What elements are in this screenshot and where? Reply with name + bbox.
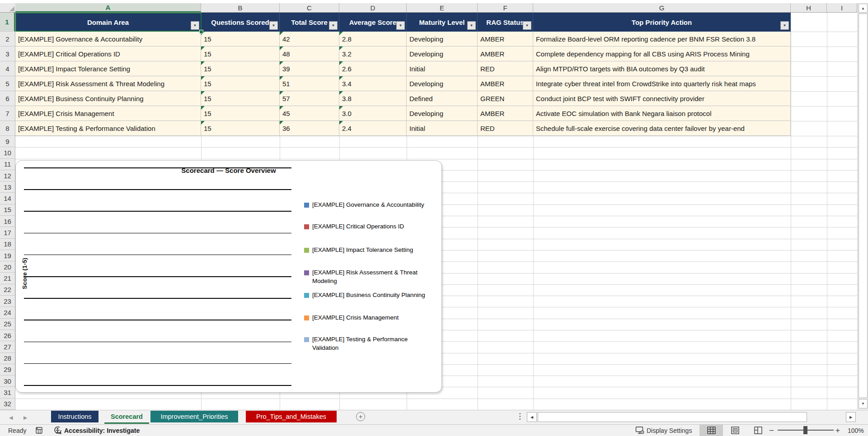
row-header-18[interactable]: 18: [0, 239, 15, 250]
row-header-24[interactable]: 24: [0, 307, 15, 318]
cell-B4[interactable]: 15: [201, 61, 280, 76]
new-sheet-button[interactable]: +: [356, 412, 365, 421]
column-header-C[interactable]: C: [280, 3, 339, 12]
cell-A7[interactable]: [EXAMPLE] Crisis Management: [15, 106, 201, 121]
column-header-B[interactable]: B: [201, 3, 280, 12]
row-header-13[interactable]: 13: [0, 181, 15, 193]
cell-A6[interactable]: [EXAMPLE] Business Continuity Planning: [15, 91, 201, 106]
cell-E5[interactable]: Developing: [407, 76, 478, 91]
sheet-tab-pro_tips_and_mistakes[interactable]: Pro_Tips_and_Mistakes: [246, 411, 337, 422]
row-header-20[interactable]: 20: [0, 261, 15, 273]
cell-D2[interactable]: 2.8: [339, 32, 407, 46]
cell-A2[interactable]: [EXAMPLE] Governance & Accountability: [15, 32, 201, 46]
cell-C8[interactable]: 36: [280, 121, 339, 136]
column-header-F[interactable]: F: [478, 3, 533, 12]
cell-C4[interactable]: 39: [280, 61, 339, 76]
filter-dropdown-total[interactable]: ▼: [329, 21, 338, 30]
row-header-26[interactable]: 26: [0, 330, 15, 341]
cell-B5[interactable]: 15: [201, 76, 280, 91]
column-header-I[interactable]: I: [827, 3, 857, 12]
row-header-31[interactable]: 31: [0, 387, 15, 398]
row-header-15[interactable]: 15: [0, 204, 15, 216]
cell-A3[interactable]: [EXAMPLE] Critical Operations ID: [15, 46, 201, 61]
row-header-22[interactable]: 22: [0, 284, 15, 296]
sheet-tab-scorecard[interactable]: Scorecard: [104, 411, 149, 424]
zoom-out-button[interactable]: −: [769, 425, 774, 436]
row-header-25[interactable]: 25: [0, 319, 15, 330]
cell-B8[interactable]: 15: [201, 121, 280, 136]
vertical-scroll-thumb[interactable]: [859, 14, 868, 398]
display-settings-label[interactable]: Display Settings: [647, 425, 692, 436]
scroll-up-icon[interactable]: ▲: [859, 4, 868, 13]
filter-dropdown-action[interactable]: ▼: [780, 21, 789, 30]
cell-E2[interactable]: Developing: [407, 32, 478, 46]
cell-F6[interactable]: GREEN: [478, 91, 533, 106]
row-header-2[interactable]: 2: [0, 32, 15, 46]
row-header-9[interactable]: 9: [0, 136, 15, 147]
horizontal-scroll-thumb[interactable]: [538, 412, 807, 422]
cell-D5[interactable]: 3.4: [339, 76, 407, 91]
row-header-19[interactable]: 19: [0, 250, 15, 261]
row-header-11[interactable]: 11: [0, 159, 15, 170]
row-header-5[interactable]: 5: [0, 76, 15, 91]
zoom-slider-thumb[interactable]: [803, 426, 807, 434]
row-header-12[interactable]: 12: [0, 170, 15, 181]
cell-F7[interactable]: AMBER: [478, 106, 533, 121]
filter-dropdown-questions[interactable]: ▼: [269, 21, 278, 30]
row-header-4[interactable]: 4: [0, 61, 15, 76]
cell-E3[interactable]: Developing: [407, 46, 478, 61]
column-header-E[interactable]: E: [407, 3, 478, 12]
column-header-G[interactable]: G: [533, 3, 791, 12]
row-header-3[interactable]: 3: [0, 46, 15, 61]
macro-record-icon[interactable]: [35, 425, 43, 436]
cell-D4[interactable]: 2.6: [339, 61, 407, 76]
cell-E7[interactable]: Developing: [407, 106, 478, 121]
select-all-corner[interactable]: [0, 3, 16, 12]
score-overview-chart[interactable]: Scorecard — Score Overview Score (1-5) […: [15, 160, 442, 393]
cell-G5[interactable]: Integrate cyber threat intel from CrowdS…: [533, 76, 791, 91]
cell-A5[interactable]: [EXAMPLE] Risk Assessment & Threat Model…: [15, 76, 201, 91]
filter-dropdown-avg[interactable]: ▼: [396, 21, 405, 30]
sheet-tab-improvement_priorities[interactable]: Improvement_Priorities: [150, 411, 238, 422]
cell-C7[interactable]: 45: [280, 106, 339, 121]
cell-F5[interactable]: AMBER: [478, 76, 533, 91]
cell-G2[interactable]: Formalize Board-level ORM reporting cade…: [533, 32, 791, 46]
cell-C3[interactable]: 48: [280, 46, 339, 61]
view-normal-button[interactable]: [699, 425, 723, 436]
scroll-down-icon[interactable]: ▼: [859, 399, 868, 408]
cell-A4[interactable]: [EXAMPLE] Impact Tolerance Setting: [15, 61, 201, 76]
column-header-H[interactable]: H: [791, 3, 827, 12]
cell-D7[interactable]: 3.0: [339, 106, 407, 121]
cell-E8[interactable]: Initial: [407, 121, 478, 136]
filter-dropdown-maturity[interactable]: ▼: [467, 21, 476, 30]
cell-C6[interactable]: 57: [280, 91, 339, 106]
row-header-7[interactable]: 7: [0, 106, 15, 121]
cell-F4[interactable]: RED: [478, 61, 533, 76]
cell-G6[interactable]: Conduct joint BCP test with SWIFT connec…: [533, 91, 791, 106]
column-header-D[interactable]: D: [339, 3, 407, 12]
zoom-in-button[interactable]: +: [835, 425, 840, 436]
zoom-level[interactable]: 100%: [848, 425, 864, 436]
fill-handle[interactable]: [199, 30, 203, 34]
row-header-8[interactable]: 8: [0, 121, 15, 136]
tab-scroll-left-icon[interactable]: ◀: [9, 415, 13, 421]
cell-B6[interactable]: 15: [201, 91, 280, 106]
filter-dropdown-rag[interactable]: ▼: [523, 21, 531, 30]
cell-D8[interactable]: 2.4: [339, 121, 407, 136]
row-header-14[interactable]: 14: [0, 193, 15, 204]
cell-G3[interactable]: Complete dependency mapping for all CBS …: [533, 46, 791, 61]
cell-E6[interactable]: Defined: [407, 91, 478, 106]
row-header-27[interactable]: 27: [0, 341, 15, 353]
tab-scroll-right-icon[interactable]: ▶: [23, 415, 27, 421]
row-header-6[interactable]: 6: [0, 91, 15, 106]
cell-G7[interactable]: Activate EOC simulation with Bank Negara…: [533, 106, 791, 121]
cell-F3[interactable]: AMBER: [478, 46, 533, 61]
cell-D6[interactable]: 3.8: [339, 91, 407, 106]
cell-F2[interactable]: AMBER: [478, 32, 533, 46]
cell-C2[interactable]: 42: [280, 32, 339, 46]
accessibility-status[interactable]: Accessibility: Investigate: [64, 425, 140, 436]
cell-A8[interactable]: [EXAMPLE] Testing & Performance Validati…: [15, 121, 201, 136]
cell-B2[interactable]: 15: [201, 32, 280, 46]
cell-G8[interactable]: Schedule full-scale exercise covering da…: [533, 121, 791, 136]
display-settings-icon[interactable]: [635, 425, 645, 436]
